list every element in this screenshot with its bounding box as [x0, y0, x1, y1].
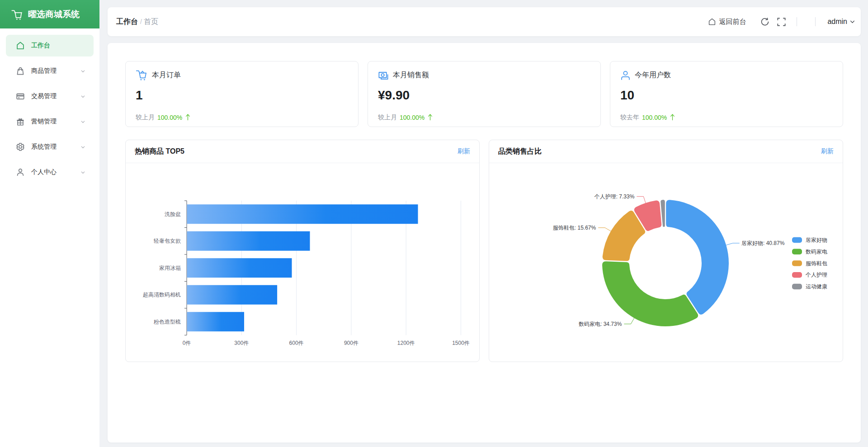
svg-text:1500件: 1500件: [452, 340, 470, 346]
svg-text:粉色造型梳: 粉色造型梳: [154, 319, 181, 325]
svg-text:居家好物: 40.87%: 居家好物: 40.87%: [741, 240, 785, 246]
svg-text:家用冰箱: 家用冰箱: [159, 265, 181, 271]
svg-text:1200件: 1200件: [397, 340, 415, 346]
svg-text:超高清数码相机: 超高清数码相机: [143, 292, 181, 298]
svg-text:数码家电: 数码家电: [806, 249, 827, 255]
svg-text:个人护理: 个人护理: [805, 272, 827, 278]
svg-text:洗脸盆: 洗脸盆: [165, 211, 181, 217]
svg-text:个人护理: 7.33%: 个人护理: 7.33%: [594, 193, 635, 200]
svg-text:服饰鞋包: 服饰鞋包: [806, 260, 827, 267]
svg-text:运动健康: 运动健康: [806, 283, 827, 290]
svg-text:服饰鞋包: 15.67%: 服饰鞋包: 15.67%: [553, 225, 596, 231]
svg-text:居家好物: 居家好物: [806, 237, 827, 243]
svg-text:300件: 300件: [234, 340, 249, 346]
svg-text:0件: 0件: [183, 340, 191, 346]
svg-text:轻奢包女款: 轻奢包女款: [153, 238, 181, 244]
svg-text:数码家电: 34.73%: 数码家电: 34.73%: [579, 321, 622, 327]
svg-text:900件: 900件: [344, 340, 359, 346]
svg-text:600件: 600件: [289, 340, 304, 346]
